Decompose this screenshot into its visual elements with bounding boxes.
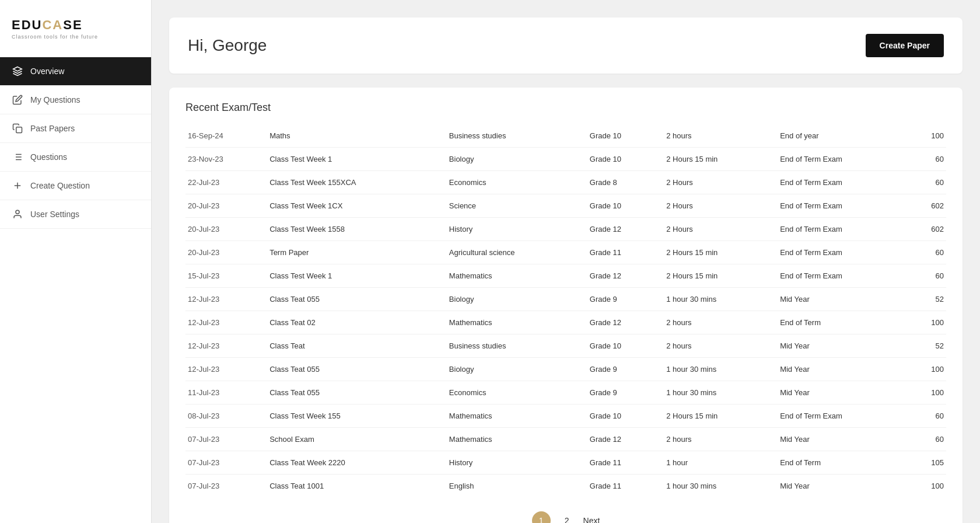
exam-date: 20-Jul-23 [186,241,265,264]
page-2-button[interactable]: 2 [558,511,576,523]
exam-marks: 100 [909,381,946,405]
create-paper-button[interactable]: Create Paper [866,34,944,57]
exam-type: End of Term Exam [775,171,909,194]
table-row[interactable]: 20-Jul-23 Class Test Week 1CX Science Gr… [186,194,946,218]
exam-type: End of Term Exam [775,194,909,218]
exam-subject: Business studies [444,334,585,358]
table-row[interactable]: 07-Jul-23 Class Teat Week 2220 History G… [186,451,946,475]
table-row[interactable]: 12-Jul-23 Class Teat 055 Biology Grade 9… [186,288,946,311]
list-icon [12,151,23,163]
table-row[interactable]: 07-Jul-23 School Exam Mathematics Grade … [186,428,946,451]
exam-duration: 2 Hours [662,194,775,218]
exam-duration: 1 hour 30 mins [662,288,775,311]
exam-table: 16-Sep-24 Maths Business studies Grade 1… [186,124,946,497]
exam-marks: 52 [909,288,946,311]
exam-marks: 100 [909,124,946,148]
sidebar-item-create-question[interactable]: Create Question [0,172,151,200]
exam-date: 12-Jul-23 [186,288,265,311]
table-row[interactable]: 12-Jul-23 Class Teat Business studies Gr… [186,334,946,358]
exam-type: Mid Year [775,358,909,381]
exam-subject: Economics [444,381,585,405]
sidebar-item-questions[interactable]: Questions [0,143,151,172]
exam-subject: Economics [444,171,585,194]
exam-marks: 60 [909,405,946,428]
sidebar-item-questions-label: Questions [30,152,67,162]
exam-subject: History [444,218,585,241]
main-content: Hi, George Create Paper Recent Exam/Test… [152,0,980,523]
exam-name: Class Test Week 1558 [265,218,444,241]
exam-duration: 1 hour 30 mins [662,381,775,405]
table-row[interactable]: 12-Jul-23 Class Teat 055 Biology Grade 9… [186,358,946,381]
exam-subject: Agricultural science [444,241,585,264]
header-card: Hi, George Create Paper [169,18,963,74]
table-row[interactable]: 11-Jul-23 Class Teat 055 Economics Grade… [186,381,946,405]
exam-grade: Grade 10 [585,405,662,428]
exam-type: End of Term [775,451,909,475]
exam-name: Class Teat 055 [265,358,444,381]
sidebar-item-overview[interactable]: Overview [0,57,151,86]
table-row[interactable]: 23-Nov-23 Class Test Week 1 Biology Grad… [186,148,946,171]
exam-grade: Grade 11 [585,475,662,498]
exam-type: End of Term Exam [775,241,909,264]
exam-subject: Biology [444,288,585,311]
exam-name: Class Test Week 1 [265,148,444,171]
exam-date: 15-Jul-23 [186,264,265,288]
exam-subject: Business studies [444,124,585,148]
exam-duration: 1 hour [662,451,775,475]
exam-type: Mid Year [775,475,909,498]
table-row[interactable]: 12-Jul-23 Class Teat 02 Mathematics Grad… [186,311,946,334]
exam-grade: Grade 8 [585,171,662,194]
exam-duration: 1 hour 30 mins [662,475,775,498]
exam-type: End of Term Exam [775,218,909,241]
exam-name: Class Teat 055 [265,381,444,405]
exam-duration: 2 Hours [662,218,775,241]
exam-date: 12-Jul-23 [186,311,265,334]
exam-grade: Grade 10 [585,194,662,218]
table-row[interactable]: 20-Jul-23 Term Paper Agricultural scienc… [186,241,946,264]
exam-date: 16-Sep-24 [186,124,265,148]
table-row[interactable]: 16-Sep-24 Maths Business studies Grade 1… [186,124,946,148]
exam-date: 12-Jul-23 [186,358,265,381]
exam-marks: 52 [909,334,946,358]
exam-type: Mid Year [775,381,909,405]
exam-name: Class Test Week 1 [265,264,444,288]
exam-subject: English [444,475,585,498]
exam-marks: 60 [909,428,946,451]
exam-marks: 60 [909,241,946,264]
exam-date: 20-Jul-23 [186,218,265,241]
table-row[interactable]: 22-Jul-23 Class Test Week 155XCA Economi… [186,171,946,194]
page-1-button[interactable]: 1 [532,511,551,523]
table-section: Recent Exam/Test 16-Sep-24 Maths Busines… [169,88,963,523]
exam-date: 12-Jul-23 [186,334,265,358]
exam-type: End of Term Exam [775,148,909,171]
exam-name: Class Teat [265,334,444,358]
exam-type: End of Term Exam [775,264,909,288]
exam-duration: 2 Hours 15 min [662,241,775,264]
sidebar-item-user-settings[interactable]: User Settings [0,200,151,229]
logo-area: EDUCASE Classroom tools for the future [0,12,151,57]
exam-subject: History [444,451,585,475]
exam-duration: 2 hours [662,311,775,334]
sidebar-item-past-papers[interactable]: Past Papers [0,114,151,143]
next-page-button[interactable]: Next [583,516,600,523]
exam-date: 07-Jul-23 [186,475,265,498]
logo-subtitle: Classroom tools for the future [12,34,139,40]
exam-subject: Biology [444,358,585,381]
sidebar-item-my-questions[interactable]: My Questions [0,86,151,114]
greeting: Hi, George [188,36,267,55]
exam-subject: Mathematics [444,311,585,334]
exam-duration: 2 hours [662,124,775,148]
table-row[interactable]: 07-Jul-23 Class Teat 1001 English Grade … [186,475,946,498]
exam-grade: Grade 9 [585,288,662,311]
table-row[interactable]: 20-Jul-23 Class Test Week 1558 History G… [186,218,946,241]
exam-grade: Grade 11 [585,241,662,264]
table-row[interactable]: 08-Jul-23 Class Test Week 155 Mathematic… [186,405,946,428]
exam-name: Maths [265,124,444,148]
exam-date: 07-Jul-23 [186,428,265,451]
sidebar: EDUCASE Classroom tools for the future O… [0,0,152,523]
exam-marks: 100 [909,311,946,334]
exam-type: Mid Year [775,428,909,451]
exam-marks: 60 [909,148,946,171]
logo: EDUCASE [12,18,139,33]
table-row[interactable]: 15-Jul-23 Class Test Week 1 Mathematics … [186,264,946,288]
